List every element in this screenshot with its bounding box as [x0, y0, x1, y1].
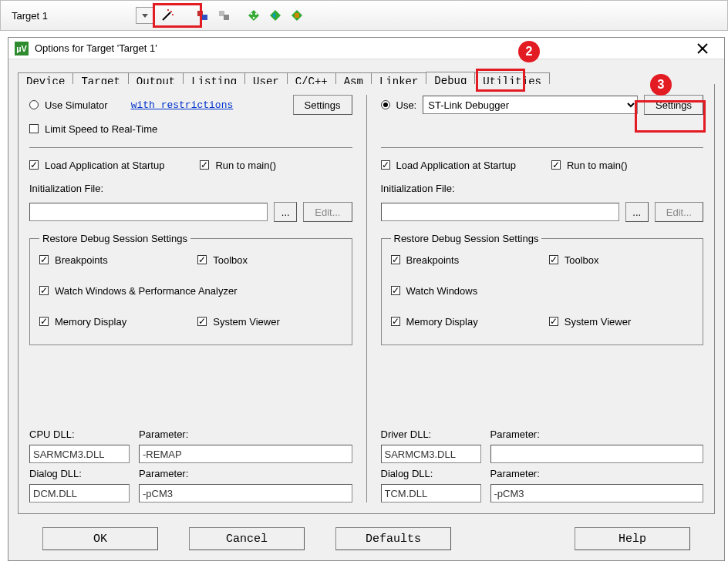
sim-settings-button[interactable]: Settings: [293, 95, 352, 115]
defaults-button[interactable]: Defaults: [335, 527, 451, 550]
hw-breakpoints-label: Breakpoints: [406, 254, 460, 266]
help-button[interactable]: Help: [575, 527, 690, 550]
sim-run-main-label: Run to main(): [215, 160, 276, 171]
cancel-button[interactable]: Cancel: [189, 527, 305, 550]
ok-button[interactable]: OK: [42, 527, 158, 550]
target-selector-label[interactable]: Target 1: [7, 10, 52, 22]
hw-init-file-label: Initialization File:: [381, 183, 455, 194]
close-button[interactable]: [687, 39, 718, 58]
dialog-title: Options for Target 'Target 1': [35, 42, 157, 54]
sim-breakpoints-checkbox[interactable]: [39, 255, 49, 264]
dialog-app-icon: µV: [15, 42, 29, 55]
svg-point-10: [255, 13, 258, 15]
target-dropdown-button[interactable]: [136, 7, 154, 24]
hw-sysview-label: System Viewer: [565, 316, 631, 328]
svg-point-9: [251, 13, 253, 15]
main-toolbar: Target 1: [0, 0, 728, 31]
hw-load-app-label: Load Application at Startup: [396, 160, 516, 171]
use-simulator-label: Use Simulator: [45, 99, 108, 111]
sim-restore-legend: Restore Debug Session Settings: [39, 233, 190, 244]
hardware-panel: Use: ST-Link Debugger Settings Load Appl…: [381, 95, 704, 502]
hw-run-main-label: Run to main(): [567, 160, 628, 171]
cpu-param-label: Parameter:: [139, 429, 352, 440]
sim-init-file-label: Initialization File:: [29, 183, 103, 194]
green-diamond-icon[interactable]: [245, 7, 262, 24]
svg-rect-15: [295, 13, 299, 18]
dialog-titlebar: µV Options for Target 'Target 1': [8, 38, 724, 59]
hw-memdisp-checkbox[interactable]: [391, 317, 400, 326]
hw-dlg-dll-input[interactable]: [381, 484, 481, 502]
sim-sysview-checkbox[interactable]: [197, 317, 207, 326]
sim-toolbox-label: Toolbox: [213, 254, 248, 266]
close-icon: [697, 43, 708, 54]
svg-rect-6: [219, 11, 224, 16]
simulator-panel: Use Simulator with restrictions Settings…: [29, 95, 352, 502]
hw-restore-group: Restore Debug Session Settings Breakpoin…: [381, 233, 704, 345]
hw-toolbox-label: Toolbox: [565, 254, 599, 266]
drv-param-label: Parameter:: [490, 429, 704, 440]
cpu-dll-label: CPU DLL:: [29, 429, 130, 440]
hw-init-browse-button[interactable]: ...: [625, 202, 649, 222]
sim-dlg-dll-input[interactable]: [29, 484, 130, 502]
sim-dlg-dll-label: Dialog DLL:: [29, 468, 130, 479]
options-dialog: µV Options for Target 'Target 1' Device …: [8, 37, 725, 561]
hw-dlg-dll-label: Dialog DLL:: [381, 468, 481, 479]
sim-memdisp-label: Memory Display: [55, 316, 126, 328]
chevron-down-icon: [142, 14, 148, 18]
sim-init-file-input[interactable]: [29, 203, 268, 221]
svg-point-11: [253, 17, 255, 19]
hw-init-file-input[interactable]: [381, 203, 619, 221]
hw-run-main-checkbox[interactable]: [551, 160, 561, 170]
use-simulator-radio[interactable]: [29, 100, 39, 109]
hw-memdisp-label: Memory Display: [406, 316, 478, 328]
hw-dlg-param-input[interactable]: [490, 484, 704, 502]
cpu-param-input[interactable]: [139, 445, 352, 463]
sim-dlg-param-label: Parameter:: [139, 468, 352, 479]
sim-breakpoints-label: Breakpoints: [55, 254, 108, 266]
sim-toolbox-checkbox[interactable]: [197, 255, 207, 264]
hw-load-app-checkbox[interactable]: [381, 160, 390, 170]
sim-watch-checkbox[interactable]: [39, 286, 49, 295]
svg-rect-5: [202, 15, 207, 20]
hw-dlg-param-label: Parameter:: [490, 468, 704, 479]
hw-sysview-checkbox[interactable]: [549, 317, 558, 326]
annotation-box-3: [635, 100, 706, 133]
use-hardware-radio[interactable]: [381, 100, 390, 109]
drv-param-input[interactable]: [490, 445, 704, 463]
sim-init-edit-button: Edit...: [303, 202, 352, 222]
hw-restore-legend: Restore Debug Session Settings: [391, 233, 542, 244]
green-diamond-arrow-icon[interactable]: [267, 7, 284, 24]
svg-marker-8: [248, 10, 259, 21]
drv-dll-input[interactable]: [381, 445, 481, 463]
restrictions-link[interactable]: with restrictions: [131, 99, 234, 111]
hw-breakpoints-checkbox[interactable]: [391, 255, 400, 264]
annotation-box-2: [476, 69, 525, 92]
annotation-marker-3: 3: [650, 74, 672, 96]
cpu-dll-input[interactable]: [29, 445, 130, 463]
hw-toolbox-checkbox[interactable]: [549, 255, 558, 264]
sim-dlg-param-input[interactable]: [139, 484, 352, 502]
debugger-select[interactable]: ST-Link Debugger: [423, 96, 638, 114]
hw-watch-label: Watch Windows: [406, 285, 478, 297]
sim-init-browse-button[interactable]: ...: [274, 202, 297, 222]
limit-speed-label: Limit Speed to Real-Time: [45, 123, 157, 135]
dialog-button-bar: OK Cancel Defaults Help: [8, 523, 724, 554]
limit-speed-checkbox[interactable]: [29, 124, 39, 133]
sim-restore-group: Restore Debug Session Settings Breakpoin…: [29, 233, 352, 345]
hw-init-edit-button: Edit...: [655, 202, 703, 222]
sim-memdisp-checkbox[interactable]: [39, 317, 49, 326]
sim-load-app-label: Load Application at Startup: [45, 160, 164, 171]
sim-watch-label: Watch Windows & Performance Analyzer: [55, 285, 238, 297]
svg-rect-7: [224, 15, 229, 20]
annotation-box-1: [153, 3, 202, 28]
sim-load-app-checkbox[interactable]: [29, 160, 39, 170]
hw-watch-checkbox[interactable]: [391, 286, 400, 295]
sim-sysview-label: System Viewer: [213, 316, 279, 328]
drv-dll-label: Driver DLL:: [381, 429, 481, 440]
stacked-gray-icon[interactable]: [216, 7, 233, 24]
use-hardware-label: Use:: [396, 99, 417, 111]
sim-run-main-checkbox[interactable]: [200, 160, 209, 170]
annotation-marker-2: 2: [518, 41, 540, 62]
green-diamond-grid-icon[interactable]: [288, 7, 305, 24]
